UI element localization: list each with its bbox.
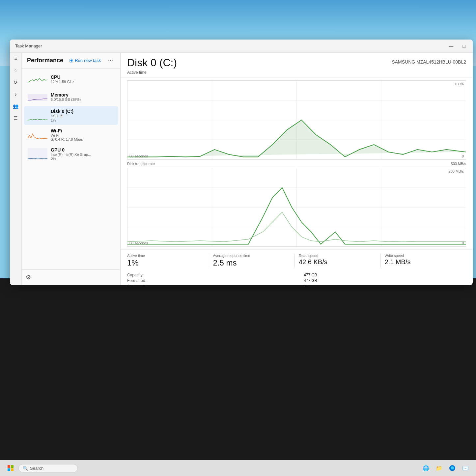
chart2-top-right: 200 MB/s [449, 169, 464, 173]
page-title: Performance [27, 57, 63, 64]
nav-item-memory[interactable]: Memory 6.0/15.6 GB (38%) [24, 88, 118, 105]
nav-header: Performance ⊞ Run new task ··· [22, 53, 120, 69]
capacity-key: Capacity: [127, 273, 298, 277]
taskbar-system-icons: 🌐 📁 ✉️ [421, 463, 471, 473]
memory-nav-info: Memory 6.0/15.6 GB (38%) [51, 92, 114, 101]
sidebar-icon-5[interactable]: 👥 [13, 103, 19, 109]
icon-sidebar: ≡ ♡ ⟳ ♪ 👥 ☰ [10, 53, 22, 285]
chart1-bottom-left: 60 seconds [129, 154, 148, 158]
active-time-label: Active time [127, 254, 205, 258]
nav-item-cpu[interactable]: CPU 12% 1.59 GHz [24, 70, 118, 88]
header-actions: ⊞ Run new task ··· [67, 56, 115, 65]
sidebar-icon-4[interactable]: ♪ [13, 91, 19, 98]
cpu-mini-chart [28, 73, 47, 85]
search-placeholder: Search [30, 466, 43, 471]
active-time-value: 1% [127, 258, 205, 267]
memory-nav-name: Memory [51, 92, 114, 98]
avg-response-stat: Average response time 2.5 ms [209, 254, 295, 267]
detail-header: Disk 0 (C:) Active time SAMSUNG MZAL4512… [121, 53, 473, 78]
taskbar-search-bar[interactable]: 🔍 Search [18, 464, 78, 472]
detail-title-block: Disk 0 (C:) Active time [127, 57, 177, 75]
cpu-nav-info: CPU 12% 1.59 GHz [51, 74, 114, 84]
taskmanager-window: Task Manager — □ ≡ ♡ ⟳ ♪ 👥 ☰ Performance… [10, 40, 473, 285]
chart1-top-right: 100% [455, 82, 464, 86]
memory-mini-chart [28, 91, 47, 103]
run-task-icon: ⊞ [69, 57, 73, 64]
sidebar-icon-3[interactable]: ⟳ [13, 79, 19, 86]
chart2-bottom-left: 60 seconds [129, 241, 148, 245]
nav-item-gpu0[interactable]: GPU 0 Intel(R) Iris(R) Xe Grap... 0% [24, 145, 118, 163]
nav-bottom: ⚙ [22, 269, 120, 285]
active-time-stat: Active time 1% [127, 254, 209, 267]
chart1-transfer-label: Disk transfer rate [127, 162, 155, 166]
svg-rect-16 [8, 468, 10, 471]
wifi-nav-speed: S: 0.4 R: 17.8 Mbps [51, 137, 114, 141]
active-time-svg [127, 81, 466, 159]
keyboard-background [0, 278, 476, 476]
read-speed-label: Read speed [299, 254, 377, 258]
cpu-nav-sub: 12% 1.59 GHz [51, 80, 114, 84]
run-task-label: Run new task [75, 58, 101, 63]
chart1-max-value: 500 MB/s [451, 162, 466, 166]
wifi-nav-sub: Wi-Fi [51, 133, 114, 137]
capacity-value: 477 GB [304, 273, 466, 277]
write-speed-stat: Write speed 2.1 MB/s [381, 254, 466, 267]
settings-button[interactable]: ⚙ [26, 274, 116, 281]
nav-item-disk0[interactable]: Disk 0 (C:) SSD 🖱️ 1% [24, 106, 118, 125]
title-bar: Task Manager — □ [10, 40, 473, 53]
transfer-rate-svg [127, 168, 466, 247]
taskbar-edge-icon[interactable] [447, 463, 458, 473]
detail-subtitle: Active time [127, 70, 177, 75]
window-title: Task Manager [15, 43, 42, 48]
gpu0-nav-usage: 0% [51, 156, 114, 160]
main-content: ≡ ♡ ⟳ ♪ 👥 ☰ Performance ⊞ Run new task ·… [10, 53, 473, 285]
detail-main-title: Disk 0 (C:) [127, 57, 177, 69]
wifi-nav-info: Wi-Fi Wi-Fi S: 0.4 R: 17.8 Mbps [51, 128, 114, 141]
wifi-nav-name: Wi-Fi [51, 128, 114, 133]
detail-panel: Disk 0 (C:) Active time SAMSUNG MZAL4512… [121, 53, 473, 285]
memory-nav-sub: 6.0/15.6 GB (38%) [51, 98, 114, 101]
svg-rect-14 [8, 465, 10, 468]
detail-brand: SAMSUNG MZAL4512HBLU-00BL2 [392, 59, 466, 65]
wifi-mini-chart [28, 129, 47, 141]
taskbar-mail-icon[interactable]: ✉️ [460, 463, 471, 473]
sidebar-icon-1[interactable]: ≡ [13, 55, 19, 62]
edge-browser-icon [449, 465, 456, 471]
disk0-nav-name: Disk 0 (C:) [51, 109, 114, 114]
disk-mini-chart [28, 110, 47, 122]
taskbar-globe-icon[interactable]: 🌐 [421, 463, 431, 473]
minimize-button[interactable]: — [447, 43, 456, 49]
more-options-button[interactable]: ··· [106, 56, 115, 65]
window-controls: — □ [447, 43, 467, 49]
active-time-chart: 100% [127, 80, 466, 160]
chart1-bottom-right: 0 [462, 154, 464, 158]
write-speed-label: Write speed [385, 254, 462, 258]
start-button[interactable] [5, 463, 16, 473]
disk-info-grid: Capacity: 477 GB Formatted: 477 GB Syste… [121, 270, 473, 285]
avg-response-value: 2.5 ms [213, 258, 291, 267]
sidebar-icon-6[interactable]: ☰ [13, 115, 19, 121]
write-speed-value: 2.1 MB/s [385, 258, 462, 266]
gpu0-nav-name: GPU 0 [51, 147, 114, 153]
run-new-task-button[interactable]: ⊞ Run new task [67, 56, 103, 65]
nav-panel: Performance ⊞ Run new task ··· [22, 53, 121, 285]
taskbar-folder-icon[interactable]: 📁 [434, 463, 444, 473]
svg-rect-0 [28, 94, 47, 101]
maximize-button[interactable]: □ [461, 43, 467, 49]
disk0-nav-info: Disk 0 (C:) SSD 🖱️ 1% [51, 109, 114, 122]
system-disk-key: System disk: [127, 284, 298, 285]
read-speed-value: 42.6 KB/s [299, 258, 377, 266]
chart2-bottom-right: 0 [462, 241, 464, 245]
disk0-nav-usage: 1% [51, 118, 114, 122]
cpu-nav-name: CPU [51, 74, 114, 80]
nav-list: CPU 12% 1.59 GHz Memory 6.0/15.6 GB (38%… [22, 69, 120, 269]
charts-area: 100% [121, 78, 473, 249]
windows-logo-icon [8, 465, 14, 471]
transfer-rate-chart: 200 MB/s [127, 168, 466, 247]
taskbar: 🔍 Search 🌐 📁 ✉️ [0, 460, 476, 476]
system-disk-value: Yes [304, 284, 466, 285]
gpu0-nav-sub: Intel(R) Iris(R) Xe Grap... [51, 153, 114, 156]
nav-item-wifi[interactable]: Wi-Fi Wi-Fi S: 0.4 R: 17.8 Mbps [24, 126, 118, 144]
formatted-key: Formatted: [127, 278, 298, 283]
sidebar-icon-2[interactable]: ♡ [13, 67, 19, 74]
